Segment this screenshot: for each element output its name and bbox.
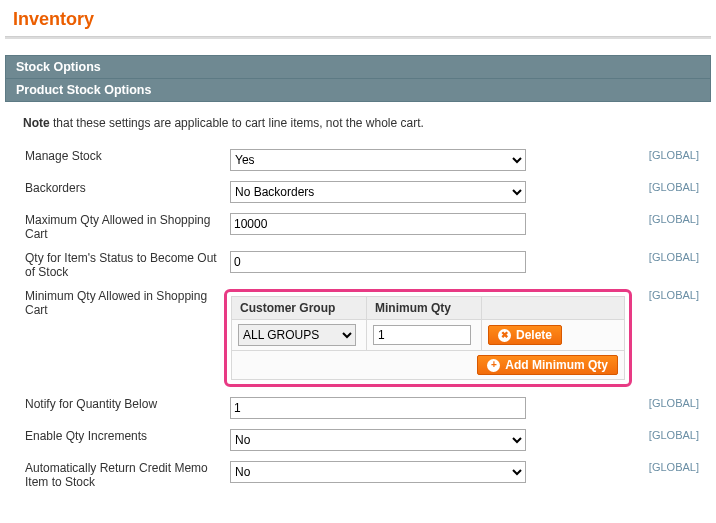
row-enable-increments: Enable Qty Increments No [GLOBAL] — [23, 424, 701, 456]
input-out-of-stock-qty[interactable] — [230, 251, 526, 273]
page-title: Inventory — [13, 9, 711, 30]
grid-row: ALL GROUPS ✖ Delete — [232, 320, 625, 351]
form-content: Note that these settings are applicable … — [5, 102, 711, 504]
label-enable-increments: Enable Qty Increments — [23, 424, 228, 456]
delete-button[interactable]: ✖ Delete — [488, 325, 562, 345]
label-manage-stock: Manage Stock — [23, 144, 228, 176]
min-qty-grid: Customer Group Minimum Qty ALL GROUPS — [231, 296, 625, 380]
add-minimum-qty-button[interactable]: + Add Minimum Qty — [477, 355, 618, 375]
row-min-qty: Minimum Qty Allowed in Shopping Cart Cus… — [23, 284, 701, 392]
section-bar-product-stock-options[interactable]: Product Stock Options — [5, 79, 711, 102]
input-min-qty-value[interactable] — [373, 325, 471, 345]
label-backorders: Backorders — [23, 176, 228, 208]
row-max-qty: Maximum Qty Allowed in Shopping Cart [GL… — [23, 208, 701, 246]
row-auto-return: Automatically Return Credit Memo Item to… — [23, 456, 701, 494]
label-auto-return: Automatically Return Credit Memo Item to… — [23, 456, 228, 494]
divider — [5, 36, 711, 39]
section-bar-stock-options[interactable]: Stock Options — [5, 55, 711, 79]
input-notify-qty[interactable] — [230, 397, 526, 419]
scope-label: [GLOBAL] — [634, 284, 701, 392]
grid-header-group: Customer Group — [232, 297, 367, 320]
row-out-of-stock-qty: Qty for Item's Status to Become Out of S… — [23, 246, 701, 284]
row-notify-qty: Notify for Quantity Below [GLOBAL] — [23, 392, 701, 424]
select-enable-increments[interactable]: No — [230, 429, 526, 451]
label-min-qty: Minimum Qty Allowed in Shopping Cart — [23, 284, 228, 392]
scope-label: [GLOBAL] — [634, 176, 701, 208]
select-auto-return[interactable]: No — [230, 461, 526, 483]
note-text: Note that these settings are applicable … — [23, 116, 701, 130]
plus-icon: + — [487, 359, 500, 372]
select-manage-stock[interactable]: Yes — [230, 149, 526, 171]
min-qty-highlight: Customer Group Minimum Qty ALL GROUPS — [224, 289, 632, 387]
scope-label: [GLOBAL] — [634, 144, 701, 176]
scope-label: [GLOBAL] — [634, 424, 701, 456]
scope-label: [GLOBAL] — [634, 208, 701, 246]
delete-icon: ✖ — [498, 329, 511, 342]
grid-header-qty: Minimum Qty — [367, 297, 482, 320]
scope-label: [GLOBAL] — [634, 456, 701, 494]
grid-header-actions — [482, 297, 625, 320]
scope-label: [GLOBAL] — [634, 246, 701, 284]
label-max-qty: Maximum Qty Allowed in Shopping Cart — [23, 208, 228, 246]
scope-label: [GLOBAL] — [634, 392, 701, 424]
select-backorders[interactable]: No Backorders — [230, 181, 526, 203]
row-backorders: Backorders No Backorders [GLOBAL] — [23, 176, 701, 208]
row-manage-stock: Manage Stock Yes [GLOBAL] — [23, 144, 701, 176]
select-customer-group[interactable]: ALL GROUPS — [238, 324, 356, 346]
input-max-qty[interactable] — [230, 213, 526, 235]
label-notify-qty: Notify for Quantity Below — [23, 392, 228, 424]
label-out-of-stock-qty: Qty for Item's Status to Become Out of S… — [23, 246, 228, 284]
settings-table: Manage Stock Yes [GLOBAL] Backorders No … — [23, 144, 701, 494]
